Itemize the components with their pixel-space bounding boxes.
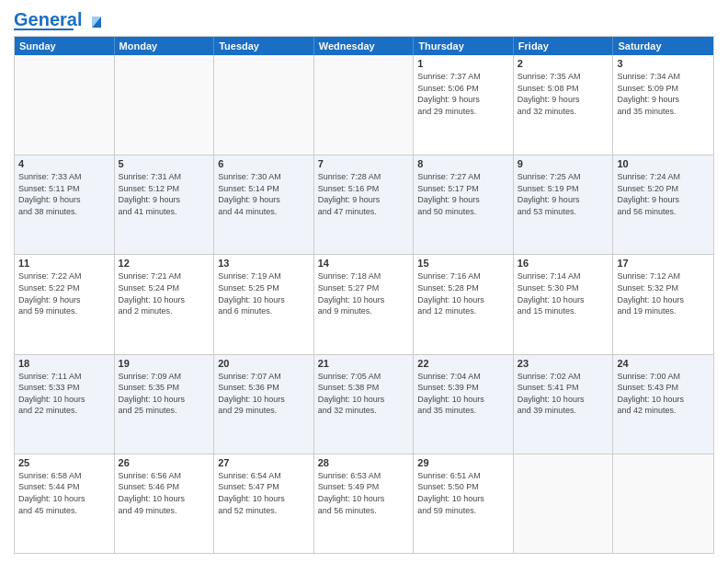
day-number-3: 3	[617, 58, 710, 69]
day-info-1: Sunrise: 7:37 AM Sunset: 5:06 PM Dayligh…	[417, 71, 509, 117]
week-row-3: 11Sunrise: 7:22 AM Sunset: 5:22 PM Dayli…	[15, 254, 713, 353]
calendar: Sunday Monday Tuesday Wednesday Thursday…	[14, 36, 714, 554]
day-cell-12: 12Sunrise: 7:21 AM Sunset: 5:24 PM Dayli…	[115, 255, 215, 353]
day-info-25: Sunrise: 6:58 AM Sunset: 5:44 PM Dayligh…	[18, 470, 110, 516]
day-info-5: Sunrise: 7:31 AM Sunset: 5:12 PM Dayligh…	[119, 171, 210, 217]
day-number-27: 27	[218, 457, 310, 468]
day-number-4: 4	[18, 158, 110, 169]
day-number-12: 12	[119, 258, 210, 269]
day-cell-15: 15Sunrise: 7:16 AM Sunset: 5:28 PM Dayli…	[414, 255, 514, 353]
day-cell-29: 29Sunrise: 6:51 AM Sunset: 5:50 PM Dayli…	[414, 454, 514, 553]
week-row-1: 1Sunrise: 7:37 AM Sunset: 5:06 PM Daylig…	[15, 55, 713, 155]
day-cell-20: 20Sunrise: 7:07 AM Sunset: 5:36 PM Dayli…	[214, 355, 314, 454]
day-info-15: Sunrise: 7:16 AM Sunset: 5:28 PM Dayligh…	[417, 270, 509, 316]
day-number-15: 15	[417, 258, 509, 269]
day-cell-17: 17Sunrise: 7:12 AM Sunset: 5:32 PM Dayli…	[613, 255, 713, 353]
day-number-24: 24	[617, 358, 710, 369]
week-row-5: 25Sunrise: 6:58 AM Sunset: 5:44 PM Dayli…	[15, 454, 713, 553]
day-number-18: 18	[18, 358, 110, 369]
day-number-2: 2	[518, 58, 609, 69]
empty-cell	[514, 454, 614, 553]
day-info-11: Sunrise: 7:22 AM Sunset: 5:22 PM Dayligh…	[18, 270, 110, 316]
empty-cell	[613, 454, 713, 553]
day-info-2: Sunrise: 7:35 AM Sunset: 5:08 PM Dayligh…	[518, 71, 609, 117]
day-info-19: Sunrise: 7:09 AM Sunset: 5:35 PM Dayligh…	[119, 371, 210, 417]
day-info-20: Sunrise: 7:07 AM Sunset: 5:36 PM Dayligh…	[218, 371, 310, 417]
empty-cell	[15, 55, 115, 155]
day-info-29: Sunrise: 6:51 AM Sunset: 5:50 PM Dayligh…	[417, 470, 509, 516]
day-info-14: Sunrise: 7:18 AM Sunset: 5:27 PM Dayligh…	[318, 270, 410, 316]
day-info-6: Sunrise: 7:30 AM Sunset: 5:14 PM Dayligh…	[218, 171, 310, 217]
day-cell-16: 16Sunrise: 7:14 AM Sunset: 5:30 PM Dayli…	[514, 255, 614, 353]
day-info-24: Sunrise: 7:00 AM Sunset: 5:43 PM Dayligh…	[617, 371, 710, 417]
day-info-28: Sunrise: 6:53 AM Sunset: 5:49 PM Dayligh…	[318, 470, 410, 516]
day-cell-13: 13Sunrise: 7:19 AM Sunset: 5:25 PM Dayli…	[214, 255, 314, 353]
day-info-17: Sunrise: 7:12 AM Sunset: 5:32 PM Dayligh…	[617, 270, 710, 316]
week-row-2: 4Sunrise: 7:33 AM Sunset: 5:11 PM Daylig…	[15, 155, 713, 254]
day-info-22: Sunrise: 7:04 AM Sunset: 5:39 PM Dayligh…	[417, 371, 509, 417]
day-number-25: 25	[18, 457, 110, 468]
day-number-14: 14	[318, 258, 410, 269]
day-cell-2: 2Sunrise: 7:35 AM Sunset: 5:08 PM Daylig…	[514, 55, 614, 155]
day-cell-6: 6Sunrise: 7:30 AM Sunset: 5:14 PM Daylig…	[214, 155, 314, 254]
day-cell-1: 1Sunrise: 7:37 AM Sunset: 5:06 PM Daylig…	[414, 55, 514, 155]
day-info-3: Sunrise: 7:34 AM Sunset: 5:09 PM Dayligh…	[617, 71, 710, 117]
day-info-4: Sunrise: 7:33 AM Sunset: 5:11 PM Dayligh…	[18, 171, 110, 217]
day-number-1: 1	[417, 58, 509, 69]
header-tuesday: Tuesday	[214, 37, 314, 55]
day-number-7: 7	[318, 158, 410, 169]
day-info-16: Sunrise: 7:14 AM Sunset: 5:30 PM Dayligh…	[518, 270, 609, 316]
week-row-4: 18Sunrise: 7:11 AM Sunset: 5:33 PM Dayli…	[15, 354, 713, 454]
empty-cell	[115, 55, 215, 155]
header-wednesday: Wednesday	[314, 37, 415, 55]
day-number-9: 9	[518, 158, 609, 169]
day-number-6: 6	[218, 158, 310, 169]
day-number-5: 5	[119, 158, 210, 169]
day-number-28: 28	[318, 457, 410, 468]
day-cell-3: 3Sunrise: 7:34 AM Sunset: 5:09 PM Daylig…	[613, 55, 713, 155]
day-info-23: Sunrise: 7:02 AM Sunset: 5:41 PM Dayligh…	[518, 371, 609, 417]
header-thursday: Thursday	[414, 37, 514, 55]
day-info-12: Sunrise: 7:21 AM Sunset: 5:24 PM Dayligh…	[119, 270, 210, 316]
day-cell-4: 4Sunrise: 7:33 AM Sunset: 5:11 PM Daylig…	[15, 155, 115, 254]
day-info-26: Sunrise: 6:56 AM Sunset: 5:46 PM Dayligh…	[119, 470, 210, 516]
logo-icon	[88, 13, 105, 29]
day-cell-22: 22Sunrise: 7:04 AM Sunset: 5:39 PM Dayli…	[414, 355, 514, 454]
day-number-16: 16	[518, 258, 609, 269]
day-number-29: 29	[417, 457, 509, 468]
day-cell-7: 7Sunrise: 7:28 AM Sunset: 5:16 PM Daylig…	[314, 155, 415, 254]
day-number-11: 11	[18, 258, 110, 269]
day-number-19: 19	[119, 358, 210, 369]
day-number-20: 20	[218, 358, 310, 369]
day-cell-25: 25Sunrise: 6:58 AM Sunset: 5:44 PM Dayli…	[15, 454, 115, 553]
day-cell-23: 23Sunrise: 7:02 AM Sunset: 5:41 PM Dayli…	[514, 355, 614, 454]
day-number-23: 23	[518, 358, 609, 369]
day-number-22: 22	[417, 358, 509, 369]
day-number-26: 26	[119, 457, 210, 468]
day-number-21: 21	[318, 358, 410, 369]
day-number-8: 8	[417, 158, 509, 169]
header-sunday: Sunday	[15, 37, 115, 55]
page: General Sunday Monday Tuesday Wednesday …	[0, 0, 728, 563]
day-info-8: Sunrise: 7:27 AM Sunset: 5:17 PM Dayligh…	[417, 171, 509, 217]
day-cell-19: 19Sunrise: 7:09 AM Sunset: 5:35 PM Dayli…	[115, 355, 215, 454]
day-info-21: Sunrise: 7:05 AM Sunset: 5:38 PM Dayligh…	[318, 371, 410, 417]
day-number-10: 10	[617, 158, 710, 169]
empty-cell	[314, 55, 415, 155]
header: General	[14, 9, 714, 30]
day-cell-9: 9Sunrise: 7:25 AM Sunset: 5:19 PM Daylig…	[514, 155, 614, 254]
empty-cell	[214, 55, 314, 155]
day-cell-5: 5Sunrise: 7:31 AM Sunset: 5:12 PM Daylig…	[115, 155, 215, 254]
day-cell-28: 28Sunrise: 6:53 AM Sunset: 5:49 PM Dayli…	[314, 454, 415, 553]
day-info-9: Sunrise: 7:25 AM Sunset: 5:19 PM Dayligh…	[518, 171, 609, 217]
day-cell-11: 11Sunrise: 7:22 AM Sunset: 5:22 PM Dayli…	[15, 255, 115, 353]
day-cell-27: 27Sunrise: 6:54 AM Sunset: 5:47 PM Dayli…	[214, 454, 314, 553]
day-cell-8: 8Sunrise: 7:27 AM Sunset: 5:17 PM Daylig…	[414, 155, 514, 254]
header-friday: Friday	[514, 37, 614, 55]
header-monday: Monday	[115, 37, 215, 55]
logo-text: General	[14, 9, 106, 30]
day-info-13: Sunrise: 7:19 AM Sunset: 5:25 PM Dayligh…	[218, 270, 310, 316]
logo-underline	[14, 29, 74, 30]
day-cell-26: 26Sunrise: 6:56 AM Sunset: 5:46 PM Dayli…	[115, 454, 215, 553]
calendar-body: 1Sunrise: 7:37 AM Sunset: 5:06 PM Daylig…	[15, 55, 713, 553]
